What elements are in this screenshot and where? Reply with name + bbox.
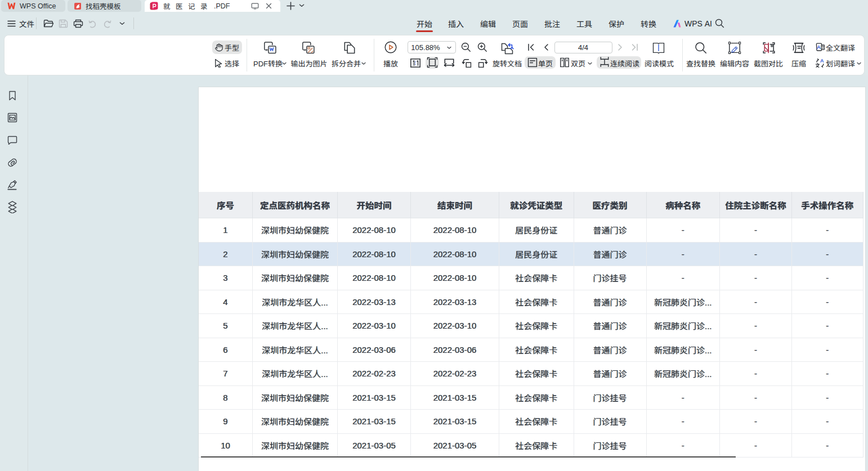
svg-text:A: A [817,44,821,50]
svg-text:A: A [820,59,824,64]
